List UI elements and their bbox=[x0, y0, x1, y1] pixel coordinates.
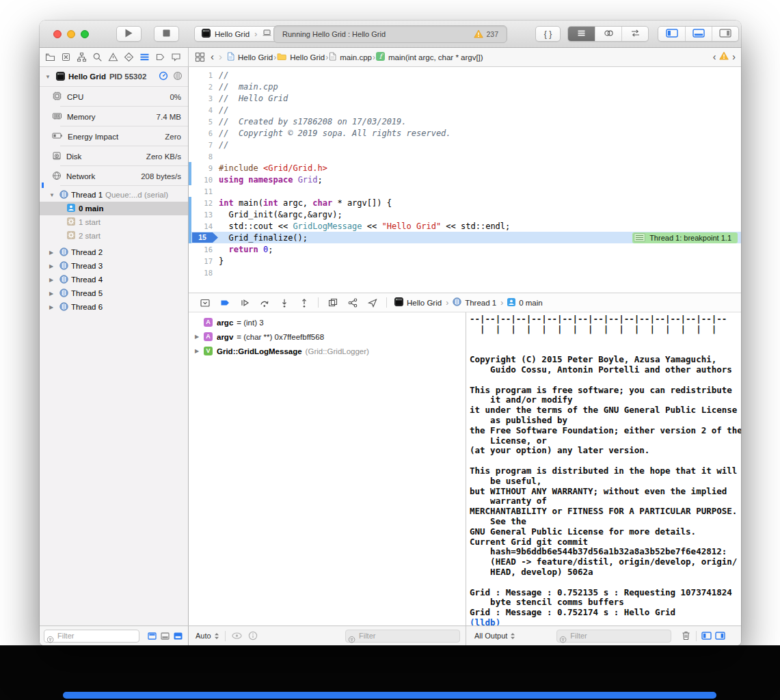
line-number-gutter[interactable]: 10 bbox=[191, 176, 219, 184]
code-line[interactable]: 4// bbox=[189, 104, 741, 116]
step-into-button[interactable] bbox=[275, 295, 293, 310]
step-out-button[interactable] bbox=[295, 295, 313, 310]
gauge-row-energy-impact[interactable]: Energy ImpactZero bbox=[40, 126, 188, 146]
gauges-view-button[interactable] bbox=[148, 632, 157, 640]
line-number-gutter[interactable]: 5 bbox=[191, 118, 219, 126]
version-editor-button[interactable] bbox=[621, 27, 648, 41]
code-line[interactable]: 12int main(int argc, char * argv[]) { bbox=[189, 197, 741, 208]
code-line[interactable]: 5// Created by s1786208 on 17/03/2019. bbox=[189, 116, 741, 127]
disclosure-triangle[interactable]: ▶ bbox=[49, 277, 57, 283]
jump-bar-item[interactable]: fmain(int argc, char * argv[]) bbox=[376, 52, 483, 62]
thread-row[interactable]: ▶Thread 4 bbox=[40, 273, 188, 286]
code-line[interactable]: 14 std::cout << GridLogMessage << "Hello… bbox=[189, 220, 741, 232]
gauge-row-cpu[interactable]: CPU0% bbox=[40, 87, 188, 107]
thread-row[interactable]: ▶Thread 2 bbox=[40, 245, 188, 259]
variable-row[interactable]: Aargc= (int) 3 bbox=[189, 315, 466, 329]
toggle-breakpoints-button[interactable] bbox=[215, 295, 234, 310]
find-navigator-button[interactable] bbox=[92, 52, 103, 63]
jump-bar-item[interactable]: Hello Grid bbox=[277, 53, 325, 62]
disclosure-triangle[interactable]: ▼ bbox=[45, 74, 53, 80]
run-button[interactable] bbox=[116, 26, 142, 42]
gauge-row-memory[interactable]: Memory7.4 MB bbox=[40, 107, 188, 126]
variables-filter-input[interactable] bbox=[345, 630, 460, 643]
related-items-icon[interactable] bbox=[195, 52, 205, 62]
assistant-editor-button[interactable] bbox=[595, 27, 621, 41]
warning-badge[interactable]: 237 bbox=[474, 29, 498, 40]
code-line[interactable]: 2// main.cpp bbox=[189, 81, 741, 92]
library-button[interactable]: { } bbox=[535, 26, 561, 42]
code-line-breakpoint[interactable]: 15 Grid_finalize();Thread 1: breakpoint … bbox=[189, 232, 741, 243]
line-number-gutter[interactable]: 1 bbox=[191, 71, 219, 79]
breakpoint-navigator-button[interactable] bbox=[154, 52, 165, 63]
disclosure-triangle[interactable]: ▶ bbox=[49, 291, 57, 297]
clear-console-button[interactable] bbox=[681, 630, 691, 641]
line-number-gutter[interactable]: 17 bbox=[191, 257, 219, 265]
stack-frame-row[interactable]: 0 main bbox=[40, 202, 188, 215]
disclosure-triangle[interactable]: ▶ bbox=[195, 348, 204, 354]
thread-row[interactable]: ▶Thread 3 bbox=[40, 259, 188, 273]
report-navigator-button[interactable] bbox=[170, 52, 181, 63]
stop-button[interactable] bbox=[154, 26, 179, 42]
source-editor[interactable]: 1//2// main.cpp3// Hello Grid4//5// Crea… bbox=[189, 67, 741, 293]
gauge-row-disk[interactable]: DiskZero KB/s bbox=[40, 146, 188, 166]
quicklook-eye-button[interactable] bbox=[231, 632, 243, 640]
debug-navigator-button[interactable] bbox=[139, 52, 150, 63]
minimize-window-button[interactable] bbox=[67, 30, 75, 38]
jump-bar-item[interactable]: main.cpp bbox=[329, 52, 372, 62]
code-line[interactable]: 9#include <Grid/Grid.h> bbox=[189, 162, 741, 174]
line-number-gutter[interactable]: 8 bbox=[191, 152, 219, 161]
toggle-debug-area-button[interactable] bbox=[685, 27, 712, 41]
gauge-icon[interactable] bbox=[159, 71, 168, 82]
line-number-gutter[interactable]: 14 bbox=[191, 222, 219, 230]
line-number-gutter[interactable]: 18 bbox=[191, 269, 219, 277]
line-number-gutter[interactable]: 4 bbox=[191, 106, 219, 114]
standard-editor-button[interactable] bbox=[568, 27, 595, 41]
disclosure-triangle[interactable]: ▶ bbox=[49, 263, 57, 269]
memory-graph-button[interactable] bbox=[343, 295, 362, 310]
line-number-gutter[interactable]: 9 bbox=[191, 164, 219, 172]
disclosure-triangle[interactable]: ▶ bbox=[49, 304, 57, 310]
step-over-button[interactable] bbox=[255, 295, 273, 310]
stack-frame-row[interactable]: 1 start bbox=[40, 215, 188, 229]
line-number-gutter[interactable]: 12 bbox=[191, 199, 219, 207]
variable-row[interactable]: ▶Aargv= (char **) 0x7ffeefbff568 bbox=[189, 329, 466, 344]
thread-row[interactable]: ▶Thread 5 bbox=[40, 286, 188, 300]
navigator-filter-input[interactable] bbox=[44, 630, 139, 643]
code-line[interactable]: 6// Copyright © 2019 sopa. All rights re… bbox=[189, 127, 741, 139]
project-navigator-button[interactable] bbox=[44, 52, 55, 63]
code-line[interactable]: 13 Grid_init(&argc,&argv); bbox=[189, 208, 741, 220]
gauge-row-network[interactable]: Network208 bytes/s bbox=[40, 166, 188, 186]
console-filter-input[interactable] bbox=[556, 630, 671, 643]
variables-scope-dropdown[interactable]: Auto bbox=[196, 632, 219, 640]
next-issue-button[interactable]: › bbox=[732, 51, 736, 62]
code-line[interactable]: 18 bbox=[189, 267, 741, 278]
process-row[interactable]: ▼ Hello Grid PID 55302 bbox=[40, 67, 188, 87]
line-number-gutter[interactable]: 11 bbox=[191, 187, 219, 196]
code-line[interactable]: 7// bbox=[189, 139, 741, 150]
console-output[interactable]: --|--|--|--|--|--|--|--|--|--|--|--|--|-… bbox=[466, 312, 741, 625]
previous-issue-button[interactable]: ‹ bbox=[713, 51, 716, 62]
toggle-console-view-button[interactable] bbox=[715, 632, 725, 640]
code-line[interactable]: 10using namespace Grid; bbox=[189, 174, 741, 185]
toggle-inspector-button[interactable] bbox=[712, 27, 738, 41]
line-number-gutter[interactable]: 7 bbox=[191, 141, 219, 149]
disclosure-triangle[interactable]: ▶ bbox=[195, 334, 204, 340]
code-line[interactable]: 3// Hello Grid bbox=[189, 92, 741, 104]
code-line[interactable]: 1// bbox=[189, 69, 741, 81]
variable-row[interactable]: ▶VGrid::GridLogMessage(Grid::GridLogger) bbox=[189, 344, 466, 358]
test-navigator-button[interactable] bbox=[123, 52, 134, 63]
code-line[interactable]: 8 bbox=[189, 150, 741, 162]
jump-bar-item[interactable]: Hello Grid bbox=[227, 52, 273, 62]
instruments-icon[interactable] bbox=[173, 71, 183, 82]
code-line[interactable]: 17} bbox=[189, 255, 741, 267]
hide-debug-area-button[interactable] bbox=[196, 295, 214, 310]
info-button[interactable] bbox=[248, 631, 258, 641]
source-control-navigator-button[interactable] bbox=[60, 52, 71, 63]
issue-navigator-button[interactable] bbox=[107, 52, 118, 63]
go-forward-button[interactable]: › bbox=[219, 51, 222, 62]
breakpoint-annotation[interactable]: Thread 1: breakpoint 1.1 bbox=[632, 232, 738, 243]
thread-row[interactable]: ▼Thread 1Queue:...d (serial) bbox=[40, 188, 188, 202]
debug-bar-item[interactable]: Thread 1 bbox=[453, 297, 496, 308]
symbol-navigator-button[interactable] bbox=[76, 52, 87, 63]
breakpoint-indicator[interactable]: 15 bbox=[192, 232, 218, 243]
